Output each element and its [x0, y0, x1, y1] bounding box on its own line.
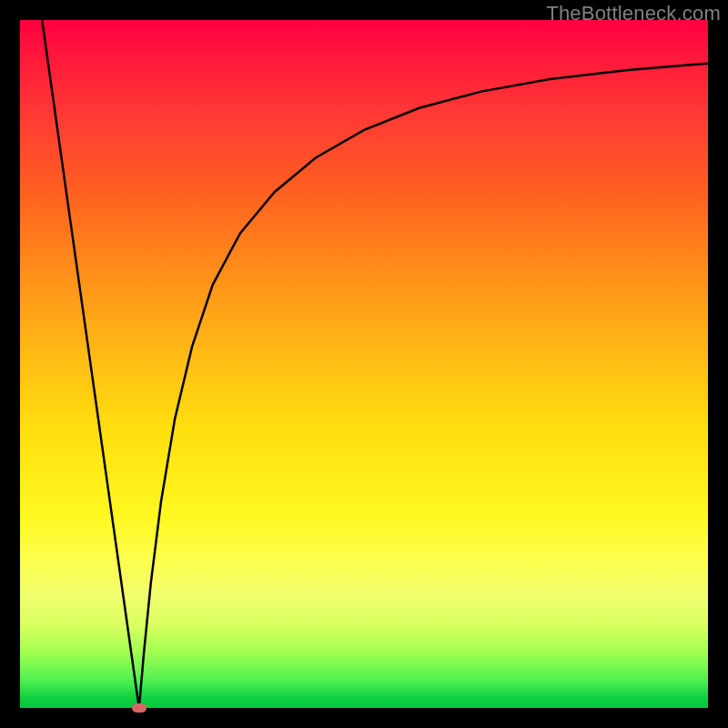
curve-path: [42, 20, 708, 708]
chart-curve: [20, 20, 708, 708]
minimum-marker: [132, 703, 147, 713]
watermark-text: TheBottleneck.com: [546, 2, 721, 25]
chart-plot-area: [20, 20, 708, 708]
chart-frame: TheBottleneck.com: [0, 0, 728, 728]
